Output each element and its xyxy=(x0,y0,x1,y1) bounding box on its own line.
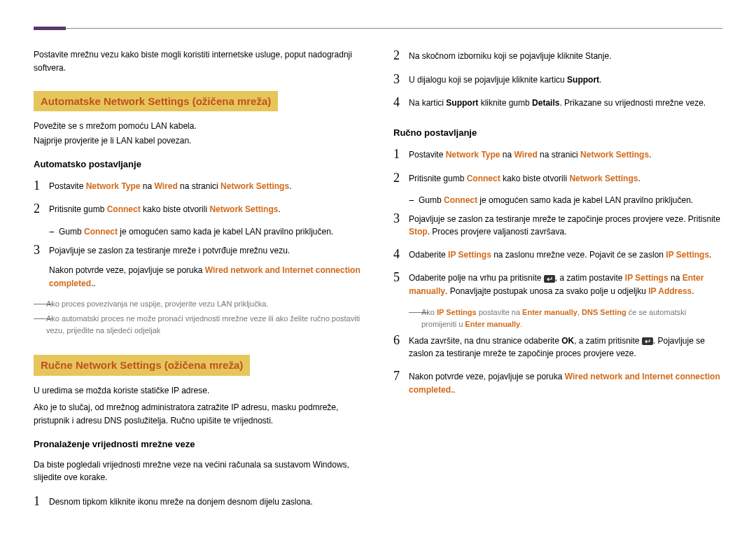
find-step-2: 2 Na skočnom izborniku koji se pojavljuj… xyxy=(393,48,722,64)
auto-step-2-note: ‒ Gumb Connect je omogućen samo kada je … xyxy=(49,225,363,239)
note-text: Gumb Connect je omogućen samo kada je ka… xyxy=(59,225,333,239)
step-number: 3 xyxy=(34,243,49,258)
step-number: 1 xyxy=(34,178,49,194)
note-text: Ako proces povezivanja ne uspije, provje… xyxy=(46,298,268,310)
left-column: Postavite mrežnu vezu kako biste mogli k… xyxy=(34,48,363,517)
manual-step-2-note: ‒ Gumb Connect je omogućen samo kada je … xyxy=(409,194,722,207)
manual-step-6: 6 Kada završite, na dnu stranice odaberi… xyxy=(393,333,722,360)
step-text: Pritisnite gumb Connect kako biste otvor… xyxy=(49,202,363,216)
right-column: 2 Na skočnom izborniku koji se pojavljuj… xyxy=(393,48,722,517)
step-number: 1 xyxy=(393,147,409,162)
content-columns: Postavite mrežnu vezu kako biste mogli k… xyxy=(34,48,722,517)
step-number: 3 xyxy=(393,72,409,87)
step-text: Pojavljuje se zaslon za testiranje mreže… xyxy=(49,243,363,290)
step-text: Postavite Network Type na Wired na stran… xyxy=(49,178,363,193)
step-text: Kada završite, na dnu stranice odaberite… xyxy=(409,333,722,360)
dash-icon: ‒ xyxy=(409,194,419,207)
step-text: U dijalogu koji se pojavljuje kliknite k… xyxy=(409,72,722,87)
manual-p2: Ako je to slučaj, od mrežnog administrat… xyxy=(34,401,363,427)
auto-p1: Povežite se s mrežom pomoću LAN kabela. xyxy=(34,120,363,133)
step-number: 6 xyxy=(393,333,409,349)
manual-step-2: 2 Pritisnite gumb Connect kako biste otv… xyxy=(393,171,722,186)
find-step-4: 4 Na kartici Support kliknite gumb Detai… xyxy=(393,95,722,111)
manual-setup-subheading: Ručno postavljanje xyxy=(393,126,722,140)
manual-settings-heading: Ručne Network Settings (ožičena mreža) xyxy=(34,355,250,375)
long-dash-icon: ―― xyxy=(409,307,421,330)
find-values-intro: Da biste pogledali vrijednosti mrežne ve… xyxy=(34,458,363,484)
intro-text: Postavite mrežnu vezu kako biste mogli k… xyxy=(34,48,363,74)
find-values-subheading: Pronalaženje vrijednosti mrežne veze xyxy=(34,437,363,451)
auto-note-2: ―― Ako automatski proces ne može pronaći… xyxy=(34,313,363,337)
step-number: 2 xyxy=(393,171,409,186)
step-text: Odaberite IP Settings na zaslonu mrežne … xyxy=(409,247,722,262)
auto-step-1: 1 Postavite Network Type na Wired na str… xyxy=(34,178,363,194)
find-step-3: 3 U dijalogu koji se pojavljuje kliknite… xyxy=(393,72,722,87)
step-number: 4 xyxy=(393,247,409,262)
step-number: 2 xyxy=(34,202,49,217)
note-text: Gumb Connect je omogućen samo kada je ka… xyxy=(419,194,693,207)
step-text: Na kartici Support kliknite gumb Details… xyxy=(409,95,722,110)
step-number: 2 xyxy=(393,48,409,64)
step-number: 7 xyxy=(393,369,409,384)
manual-step-5: 5 Odaberite polje na vrhu pa pritisnite … xyxy=(393,270,722,297)
note-text: Ako IP Settings postavite na Enter manua… xyxy=(421,307,722,330)
manual-step-5-note: ―― Ako IP Settings postavite na Enter ma… xyxy=(409,307,722,330)
auto-setup-subheading: Automatsko postavljanje xyxy=(34,157,363,171)
manual-step-1: 1 Postavite Network Type na Wired na str… xyxy=(393,147,722,162)
enter-icon xyxy=(642,337,653,345)
auto-p2: Najprije provjerite je li LAN kabel pove… xyxy=(34,134,363,148)
manual-step-3: 3 Pojavljuje se zaslon za testiranje mre… xyxy=(393,211,722,239)
manual-p1: U uredima se možda koriste statičke IP a… xyxy=(34,384,363,398)
header-rule xyxy=(34,28,722,29)
find-step-1: 1 Desnom tipkom kliknite ikonu mreže na … xyxy=(34,494,363,510)
enter-icon xyxy=(544,275,555,283)
step-text: Odaberite polje na vrhu pa pritisnite , … xyxy=(409,270,722,297)
step-text: Pojavljuje se zaslon za testiranje mreže… xyxy=(409,211,722,239)
auto-settings-heading: Automatske Network Settings (ožičena mre… xyxy=(34,91,278,111)
note-text: Ako automatski proces ne može pronaći vr… xyxy=(46,313,363,337)
long-dash-icon: ―― xyxy=(34,298,46,310)
step-number: 3 xyxy=(393,211,409,227)
step-text: Nakon potvrde veze, pojavljuje se poruka… xyxy=(409,369,722,396)
manual-step-7: 7 Nakon potvrde veze, pojavljuje se poru… xyxy=(393,369,722,396)
step-number: 4 xyxy=(393,95,409,111)
long-dash-icon: ―― xyxy=(34,313,46,337)
step-number: 5 xyxy=(393,270,409,286)
auto-step-2: 2 Pritisnite gumb Connect kako biste otv… xyxy=(34,202,363,217)
auto-note-1: ―― Ako proces povezivanja ne uspije, pro… xyxy=(34,298,363,310)
step-text: Na skočnom izborniku koji se pojavljuje … xyxy=(409,48,722,63)
step-text: Desnom tipkom kliknite ikonu mreže na do… xyxy=(49,494,363,509)
auto-step-3: 3 Pojavljuje se zaslon za testiranje mre… xyxy=(34,243,363,290)
step-number: 1 xyxy=(34,494,49,510)
step-text: Postavite Network Type na Wired na stran… xyxy=(409,147,722,162)
manual-step-4: 4 Odaberite IP Settings na zaslonu mrežn… xyxy=(393,247,722,262)
dash-icon: ‒ xyxy=(49,225,59,239)
step-text: Pritisnite gumb Connect kako biste otvor… xyxy=(409,171,722,185)
